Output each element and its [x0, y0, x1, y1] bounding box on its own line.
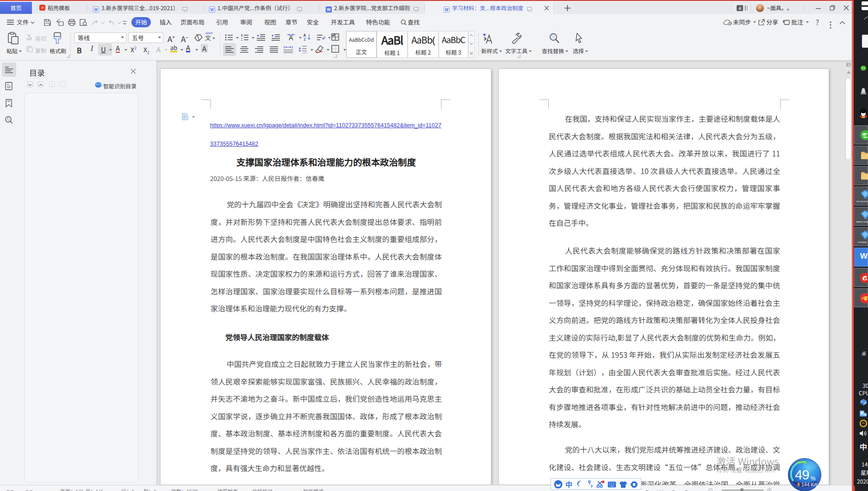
svg-text:49: 49 — [795, 467, 809, 482]
svg-text:%: % — [811, 475, 816, 482]
svg-text:144 K/s: 144 K/s — [801, 482, 818, 487]
svg-text:e: e — [863, 132, 866, 138]
svg-text:Z: Z — [304, 37, 306, 41]
